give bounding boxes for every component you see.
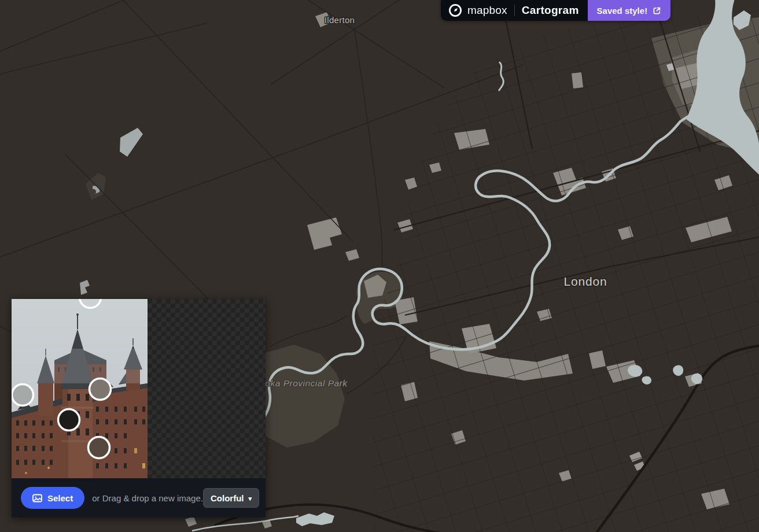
app-title: Cartogram: [522, 4, 579, 17]
select-image-button[interactable]: Select: [21, 487, 84, 509]
brand-bar: mapbox Cartogram: [441, 0, 588, 21]
map-label-city: London: [564, 275, 607, 288]
drag-drop-hint: or Drag & drop a new image.: [92, 493, 203, 503]
image-icon: [32, 494, 42, 503]
color-swatch-light-gray[interactable]: [12, 385, 34, 406]
color-swatch-dark-brown[interactable]: [89, 437, 110, 459]
caret-down-icon: ▾: [248, 496, 252, 502]
saved-style-button[interactable]: Saved style!: [588, 0, 671, 21]
transparency-checkerboard: [148, 299, 266, 478]
panel-action-bar: Select or Drag & drop a new image. Color…: [12, 478, 266, 518]
brand-wordmark[interactable]: mapbox: [467, 4, 507, 17]
saved-style-label: Saved style!: [597, 6, 648, 16]
panel-preview-area: [12, 299, 266, 478]
palette-mode-label: Colorful: [211, 493, 244, 503]
header-divider: [514, 5, 515, 16]
color-swatch-warm-gray[interactable]: [90, 379, 111, 400]
external-link-icon: [653, 6, 661, 15]
select-button-label: Select: [47, 493, 73, 503]
header: mapbox Cartogram Saved style!: [441, 0, 670, 21]
palette-mode-dropdown[interactable]: Colorful ▾: [203, 488, 259, 508]
mapbox-logo-icon[interactable]: [448, 3, 462, 17]
source-image-preview: [12, 299, 148, 478]
map-label-town: Ilderton: [325, 15, 355, 25]
app-window: Ilderton London Komoka Provincial Park m…: [0, 0, 759, 532]
chateau-photo: [12, 299, 148, 478]
color-swatch-near-black[interactable]: [58, 409, 80, 431]
image-palette-panel: Select or Drag & drop a new image. Color…: [12, 299, 266, 518]
